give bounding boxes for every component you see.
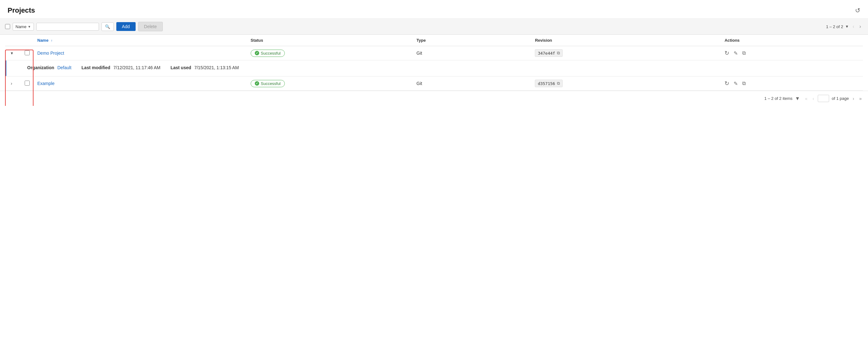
- expanded-detail-row: Organization Default Last modified 7/12/…: [5, 60, 863, 76]
- select-all-checkbox[interactable]: [5, 24, 10, 29]
- revision-badge: d357156 ⧉: [535, 80, 563, 87]
- status-badge: Successful: [251, 50, 285, 57]
- page-title: Projects: [8, 6, 35, 14]
- actions-cell: ↻ ✎ ⧉: [721, 46, 863, 60]
- filter-chevron-down-icon: ▼: [28, 25, 31, 28]
- org-value-link[interactable]: Default: [57, 65, 71, 70]
- actions-cell: ↻ ✎ ⧉: [721, 76, 863, 91]
- last-modified-value: 7/12/2021, 11:17:46 AM: [114, 65, 161, 70]
- expand-button[interactable]: ›: [9, 80, 14, 87]
- expand-cell[interactable]: ›: [5, 76, 21, 91]
- actions-wrap: ↻ ✎ ⧉: [724, 80, 859, 87]
- table-wrapper: Name ↑ Status Type Revision Actions ▾: [5, 35, 863, 91]
- revision-col-header: Revision: [531, 35, 721, 46]
- first-page-button[interactable]: «: [804, 95, 809, 102]
- search-input[interactable]: [39, 24, 96, 29]
- add-button[interactable]: Add: [116, 22, 135, 31]
- refresh-icon[interactable]: ↻: [724, 80, 729, 87]
- items-per-page: 1 – 2 of 2 items ▼: [764, 95, 801, 102]
- name-filter-label: Name: [16, 24, 27, 29]
- projects-table: Name ↑ Status Type Revision Actions ▾: [5, 35, 863, 91]
- prev-page-bottom-button[interactable]: ‹: [811, 95, 815, 102]
- table-row: › Example Successful Git: [5, 76, 863, 91]
- status-cell: Successful: [247, 76, 413, 91]
- toolbar-left: Name ▼ 🔍 Add Delete: [5, 22, 824, 31]
- search-input-wrap: [36, 23, 99, 31]
- revision-cell: d357156 ⧉: [531, 76, 721, 91]
- status-badge: Successful: [251, 80, 285, 87]
- expanded-detail-section: Organization Default Last modified 7/12/…: [27, 65, 859, 70]
- last-used-value: 7/15/2021, 1:13:15 AM: [194, 65, 239, 70]
- next-page-button[interactable]: ›: [858, 23, 863, 30]
- revision-cell: 347e44f ⧉: [531, 46, 721, 60]
- dropdown-rows-btn[interactable]: ▼: [845, 24, 849, 29]
- page-number-input[interactable]: 1: [818, 95, 829, 102]
- project-name-link[interactable]: Example: [37, 81, 54, 86]
- page-header: Projects ↺: [0, 0, 868, 19]
- table-body: ▾ Demo Project Successful Git: [5, 46, 863, 91]
- collapse-button[interactable]: ▾: [9, 50, 15, 56]
- table-row: ▾ Demo Project Successful Git: [5, 46, 863, 60]
- status-col-header: Status: [247, 35, 413, 46]
- revision-value: 347e44f: [538, 51, 555, 56]
- expand-cell[interactable]: ▾: [5, 46, 21, 60]
- table-container: Name ↑ Status Type Revision Actions ▾: [0, 35, 868, 91]
- project-name-cell: Demo Project: [33, 46, 247, 60]
- expanded-detail-cell: Organization Default Last modified 7/12/…: [21, 60, 863, 76]
- name-filter-dropdown[interactable]: Name ▼: [13, 23, 34, 31]
- table-header: Name ↑ Status Type Revision Actions: [5, 35, 863, 46]
- name-sort-asc-icon: ↑: [51, 38, 53, 42]
- name-col-header[interactable]: Name ↑: [33, 35, 247, 46]
- items-info: 1 – 2 of 2 items: [764, 96, 793, 101]
- last-modified-label: Last modified: [82, 65, 110, 70]
- status-cell: Successful: [247, 46, 413, 60]
- check-col-header: [21, 35, 33, 46]
- expand-col-header: [5, 35, 21, 46]
- pagination-nav: ‹ ›: [850, 23, 863, 30]
- revision-value: d357156: [538, 81, 555, 86]
- status-success-icon: [255, 51, 259, 55]
- actions-col-header: Actions: [721, 35, 863, 46]
- search-icon: 🔍: [105, 24, 110, 29]
- next-page-bottom-button[interactable]: ›: [851, 95, 856, 102]
- row-checkbox[interactable]: [25, 81, 30, 86]
- clone-icon[interactable]: ⧉: [742, 50, 746, 56]
- prev-page-button[interactable]: ‹: [850, 23, 856, 30]
- check-cell[interactable]: [21, 76, 33, 91]
- copy-revision-icon[interactable]: ⧉: [557, 81, 560, 86]
- items-per-page-dropdown[interactable]: ▼: [794, 95, 801, 102]
- pagination-info: 1 – 2 of 2: [826, 24, 843, 29]
- last-page-bottom-button[interactable]: »: [858, 95, 863, 102]
- project-name-link[interactable]: Demo Project: [37, 51, 64, 56]
- type-cell: Git: [413, 76, 531, 91]
- status-success-icon: [255, 81, 259, 86]
- revision-badge: 347e44f ⧉: [535, 49, 563, 57]
- last-used-label: Last used: [170, 65, 191, 70]
- row-checkbox[interactable]: [25, 50, 30, 55]
- edit-icon[interactable]: ✎: [734, 50, 738, 56]
- search-button[interactable]: 🔍: [101, 23, 114, 31]
- type-cell: Git: [413, 46, 531, 60]
- refresh-icon[interactable]: ↻: [724, 50, 729, 57]
- org-label: Organization: [27, 65, 54, 70]
- of-page-text: of 1 page: [832, 96, 849, 101]
- copy-revision-icon[interactable]: ⧉: [557, 51, 560, 56]
- actions-wrap: ↻ ✎ ⧉: [724, 50, 859, 57]
- bottom-pagination: 1 – 2 of 2 items ▼ « ‹ 1 of 1 page › »: [0, 91, 868, 106]
- toolbar: Name ▼ 🔍 Add Delete 1 – 2 of 2 ▼ ‹ ›: [0, 19, 868, 35]
- type-col-header: Type: [413, 35, 531, 46]
- project-name-cell: Example: [33, 76, 247, 91]
- edit-icon[interactable]: ✎: [734, 81, 738, 87]
- history-icon[interactable]: ↺: [855, 7, 860, 14]
- clone-icon[interactable]: ⧉: [742, 81, 746, 86]
- delete-button: Delete: [138, 22, 163, 31]
- toolbar-right: 1 – 2 of 2 ▼ ‹ ›: [826, 23, 863, 30]
- check-cell[interactable]: [21, 46, 33, 60]
